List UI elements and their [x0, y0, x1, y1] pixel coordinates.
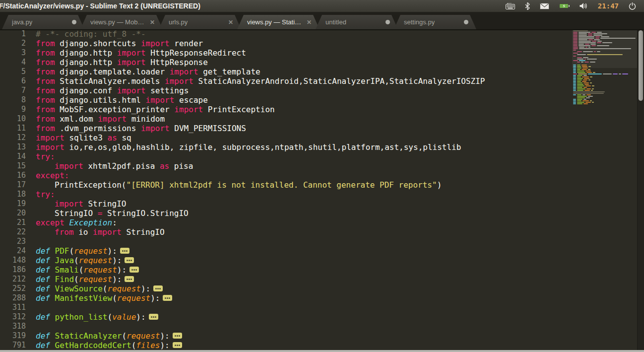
code-text[interactable]: import sqlite3 as sq [36, 133, 131, 142]
folded-code-badge[interactable] [153, 285, 163, 291]
code-text[interactable]: StringIO = StringIO.StringIO [36, 209, 189, 218]
code-text[interactable]: from django.http import HttpResponseRedi… [36, 48, 246, 58]
close-icon[interactable]: ✕ [228, 19, 233, 26]
folded-code-badge[interactable] [173, 342, 182, 348]
code-text[interactable]: import xhtml2pdf.pisa as pisa [36, 161, 193, 171]
code-text[interactable]: from django.template.loader import get_t… [36, 67, 260, 76]
code-text[interactable]: except Exception: [36, 218, 117, 227]
code-text[interactable]: # -*- coding: utf_8 -*- [36, 29, 146, 39]
tab-java-py[interactable]: java.py [2, 15, 84, 29]
code-text[interactable]: def python_list(value): [36, 312, 158, 322]
code-text[interactable]: try: [36, 152, 55, 161]
line-number: 319 [0, 331, 26, 341]
folded-code-badge[interactable] [129, 267, 139, 273]
modified-dot-icon[interactable] [72, 20, 76, 24]
code-text[interactable]: from .dvm_permissions import DVM_PERMISS… [36, 124, 246, 133]
code-line: 23 [0, 237, 644, 246]
minimap-row [573, 59, 637, 60]
folded-code-badge[interactable] [125, 276, 134, 282]
minimap-row [573, 99, 637, 100]
code-text[interactable]: def Java(request): [36, 256, 134, 265]
horizontal-scrollbar[interactable] [0, 350, 644, 352]
mail-icon[interactable] [540, 3, 549, 9]
tab-views-py-mobsf[interactable]: views.py — MobSF✕ [80, 15, 163, 29]
code-text[interactable]: from django.conf import settings [36, 86, 189, 95]
minimap-row [573, 63, 637, 64]
code-text[interactable]: def StaticAnalyzer(request): [36, 331, 182, 341]
code-text[interactable]: PrintException("[ERROR] xhtml2pdf is not… [36, 180, 442, 190]
minimap-row [573, 68, 637, 69]
line-number: 22 [0, 227, 26, 237]
tab-settings-py[interactable]: settings.py [394, 15, 476, 29]
line-number: 252 [0, 284, 26, 293]
code-text[interactable]: def ManifestView(request): [36, 293, 172, 303]
minimap-row [573, 73, 637, 74]
code-text[interactable]: import io,re,os,glob,hashlib, zipfile, s… [36, 142, 461, 152]
modified-dot-icon[interactable] [464, 20, 468, 24]
line-number: 7 [0, 86, 26, 95]
minimap-row [573, 42, 637, 43]
line-number: 3 [0, 48, 26, 58]
keyboard-icon[interactable] [506, 3, 515, 9]
vertical-scrollbar-thumb[interactable] [639, 30, 643, 101]
code-line: 10from xml.dom import minidom [0, 114, 644, 124]
minimap-row [573, 79, 637, 80]
minimap-row [573, 94, 637, 95]
code-line: 17PrintException("[ERROR] xhtml2pdf is n… [0, 180, 644, 190]
code-line: 18try: [0, 190, 644, 199]
tab-untitled[interactable]: untitled [316, 15, 398, 29]
minimap-row [573, 93, 637, 94]
code-line: 11from .dvm_permissions import DVM_PERMI… [0, 124, 644, 133]
minimap-row [573, 39, 637, 40]
folded-code-badge[interactable] [163, 295, 172, 301]
code-editor[interactable]: 1# -*- coding: utf_8 -*-2from django.sho… [0, 29, 644, 352]
code-line: 288def ManifestView(request): [0, 293, 644, 303]
code-text[interactable]: from MobSF.exception_printer import Prin… [36, 105, 275, 114]
modified-dot-icon[interactable] [386, 20, 390, 24]
minimap[interactable] [573, 30, 637, 105]
code-text[interactable]: from django.shortcuts import render [36, 39, 203, 48]
close-icon[interactable]: ✕ [150, 19, 155, 26]
code-text[interactable]: def GetHardcodedCert(files): [36, 341, 182, 350]
code-text[interactable]: try: [36, 190, 55, 199]
code-text[interactable]: from StaticAnalyzer.models import Static… [36, 76, 485, 86]
code-text[interactable]: from io import StringIO [36, 227, 165, 237]
volume-icon[interactable] [580, 2, 588, 9]
clock[interactable]: 21:47 [598, 2, 619, 10]
code-text[interactable]: from django.utils.html import escape [36, 95, 208, 105]
tab-label: untitled [325, 18, 346, 26]
folded-code-badge[interactable] [173, 333, 182, 339]
vertical-scrollbar-track[interactable] [637, 29, 644, 352]
tab-views-py-staticanalyzer[interactable]: views.py — StaticAnalyzer✕ [237, 15, 320, 29]
minimap-row [573, 82, 637, 83]
folded-code-badge[interactable] [149, 314, 158, 320]
power-icon[interactable] [629, 2, 636, 10]
code-text[interactable]: from django.http import HttpResponse [36, 58, 208, 67]
minimap-row [573, 41, 637, 42]
minimap-row [573, 66, 637, 67]
minimap-row [573, 103, 637, 104]
tab-label: views.py — MobSF [90, 18, 146, 26]
code-text[interactable]: def PDF(request): [36, 246, 129, 256]
folded-code-badge[interactable] [125, 257, 134, 263]
bluetooth-icon[interactable] [525, 2, 530, 10]
code-line: 4from django.http import HttpResponse [0, 58, 644, 67]
minimap-row [573, 76, 637, 77]
battery-icon[interactable] [559, 3, 570, 9]
code-text[interactable]: def ViewSource(request): [36, 284, 163, 293]
code-text[interactable]: def Smali(request): [36, 265, 139, 275]
minimap-row [573, 56, 637, 57]
code-text[interactable]: except: [36, 171, 69, 180]
close-icon[interactable]: ✕ [307, 19, 312, 26]
window-title: F/StaticAnalyzer/views.py - Sublime Text… [0, 2, 200, 10]
minimap-row [573, 88, 637, 89]
tab-urls-py[interactable]: urls.py✕ [159, 15, 241, 29]
folded-code-badge[interactable] [120, 248, 129, 254]
code-text[interactable]: from xml.dom import minidom [36, 114, 165, 124]
code-line: 12import sqlite3 as sq [0, 133, 644, 142]
code-text[interactable]: def Find(request): [36, 275, 134, 284]
code-line: 6from StaticAnalyzer.models import Stati… [0, 76, 644, 86]
code-line: 24def PDF(request): [0, 246, 644, 256]
code-text[interactable]: import StringIO [36, 199, 127, 209]
minimap-row [573, 87, 637, 88]
